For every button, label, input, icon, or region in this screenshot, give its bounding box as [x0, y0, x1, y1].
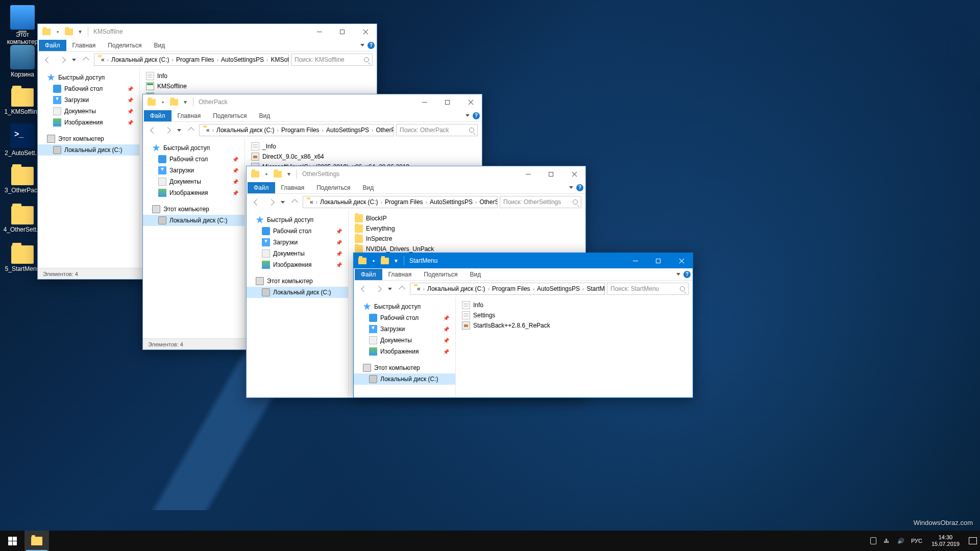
nav-forward-button[interactable]	[372, 283, 384, 295]
address-bar[interactable]: «› Локальный диск (C:)› Program Files› A…	[94, 54, 289, 66]
desktop-icon-recycle-bin[interactable]: Корзина	[3, 45, 42, 78]
tab-file[interactable]: Файл	[248, 182, 275, 193]
search-input[interactable]: Поиск: OtherPack	[396, 124, 478, 136]
sidebar-quick-access[interactable]: Быстрый доступ	[38, 72, 139, 83]
tray-icon[interactable]	[870, 537, 876, 544]
desktop-icon-othersettings[interactable]: 4_OtherSett...	[3, 202, 42, 233]
titlebar[interactable]: ▪ ▾ KMSoffline	[38, 24, 377, 39]
qat-dropdown-icon[interactable]: ▾	[75, 26, 86, 37]
sidebar-downloads[interactable]: Загрузки📌	[38, 94, 139, 106]
help-icon[interactable]: ?	[473, 112, 480, 119]
tab-home[interactable]: Главная	[66, 40, 102, 51]
desktop-icon-otherpack[interactable]: 3_OtherPack	[3, 163, 42, 194]
address-bar[interactable]: «› Локальный диск (C:)› Program Files› A…	[199, 124, 394, 136]
nav-up-button[interactable]	[80, 54, 92, 66]
nav-back-button[interactable]	[147, 124, 159, 136]
sidebar-documents[interactable]: Документы📌	[247, 248, 348, 259]
maximize-button[interactable]	[331, 24, 354, 39]
nav-back-button[interactable]	[42, 54, 54, 66]
sidebar-disk-c[interactable]: Локальный диск (C:)	[247, 287, 348, 298]
sidebar-desktop[interactable]: Рабочий стол📌	[354, 312, 455, 323]
close-button[interactable]	[354, 24, 377, 39]
nav-back-button[interactable]	[251, 196, 263, 208]
sidebar-this-pc[interactable]: Этот компьютер	[354, 362, 455, 373]
sidebar-images[interactable]: Изображения📌	[38, 117, 139, 128]
file-item[interactable]: InSpectre	[355, 234, 579, 244]
titlebar[interactable]: ▪▾ StartMenu	[354, 253, 693, 268]
sidebar-disk-c[interactable]: Локальный диск (C:)	[143, 215, 244, 226]
sidebar-this-pc[interactable]: Этот компьютер	[143, 204, 244, 215]
tab-view[interactable]: Вид	[253, 110, 276, 121]
tab-share[interactable]: Поделиться	[310, 182, 356, 193]
minimize-button[interactable]	[517, 166, 540, 182]
search-input[interactable]: Поиск: StartMenu	[607, 283, 689, 295]
nav-history-dropdown[interactable]	[176, 124, 183, 136]
sidebar-disk-c[interactable]: Локальный диск (C:)	[354, 373, 455, 385]
file-item[interactable]: Everything	[355, 223, 579, 234]
start-button[interactable]	[0, 531, 24, 551]
sidebar-documents[interactable]: Документы📌	[38, 106, 139, 117]
search-input[interactable]: Поиск: OtherSettings	[500, 196, 581, 208]
minimize-button[interactable]	[308, 24, 331, 39]
file-item[interactable]: Info	[146, 71, 371, 81]
sidebar-desktop[interactable]: Рабочий стол📌	[143, 154, 244, 165]
tab-home[interactable]: Главная	[382, 269, 418, 280]
help-icon[interactable]: ?	[683, 271, 691, 278]
sidebar-desktop[interactable]: Рабочий стол📌	[38, 83, 139, 94]
explorer-window-startmenu[interactable]: ▪▾ StartMenu Файл Главная Поделиться Вид…	[353, 253, 693, 398]
file-item[interactable]: Info	[462, 300, 687, 310]
qat-dropdown-icon[interactable]: ▾	[283, 168, 295, 180]
close-button[interactable]	[562, 166, 585, 182]
file-item[interactable]: Settings	[462, 310, 687, 320]
close-button[interactable]	[459, 94, 482, 110]
expand-ribbon-icon[interactable]	[360, 44, 364, 46]
nav-forward-button[interactable]	[56, 54, 68, 66]
qat-properties-icon[interactable]: ▪	[157, 96, 168, 108]
nav-forward-button[interactable]	[265, 196, 277, 208]
expand-ribbon-icon[interactable]	[569, 186, 573, 189]
tab-file[interactable]: Файл	[355, 269, 382, 280]
nav-up-button[interactable]	[396, 283, 408, 295]
sidebar-documents[interactable]: Документы📌	[143, 176, 244, 187]
file-item[interactable]: StartIsBack++2.8.6_RePack	[462, 320, 687, 331]
clock[interactable]: 14:3015.07.2019	[928, 534, 963, 547]
help-icon[interactable]: ?	[368, 42, 375, 49]
file-item[interactable]: _Info	[251, 141, 476, 152]
volume-icon[interactable]: 🔊	[897, 537, 905, 545]
address-bar[interactable]: «› Локальный диск (C:)› Program Files› A…	[410, 283, 605, 295]
sidebar-quick-access[interactable]: Быстрый доступ	[247, 214, 348, 226]
tab-file[interactable]: Файл	[144, 110, 172, 121]
tab-share[interactable]: Поделиться	[207, 110, 253, 121]
nav-up-button[interactable]	[288, 196, 301, 208]
address-bar[interactable]: «› Локальный диск (C:)› Program Files› A…	[303, 196, 498, 208]
qat-new-folder-icon[interactable]	[379, 255, 390, 266]
qat-new-folder-icon[interactable]	[168, 96, 180, 108]
tab-view[interactable]: Вид	[356, 182, 380, 193]
sidebar-images[interactable]: Изображения📌	[354, 346, 455, 357]
maximize-button[interactable]	[647, 253, 670, 268]
sidebar-desktop[interactable]: Рабочий стол📌	[247, 226, 348, 237]
nav-forward-button[interactable]	[161, 124, 174, 136]
help-icon[interactable]: ?	[576, 184, 583, 191]
network-icon[interactable]: 🖧	[883, 537, 891, 545]
qat-new-folder-icon[interactable]	[272, 168, 283, 180]
tab-view[interactable]: Вид	[148, 40, 171, 51]
tab-file[interactable]: Файл	[39, 40, 66, 51]
desktop-icon-this-pc[interactable]: Этот компьютер	[3, 5, 42, 45]
tab-view[interactable]: Вид	[463, 269, 487, 280]
sidebar-downloads[interactable]: Загрузки📌	[143, 165, 244, 176]
sidebar-documents[interactable]: Документы📌	[354, 335, 455, 346]
search-input[interactable]: Поиск: KMSoffline	[291, 54, 373, 66]
titlebar[interactable]: ▪▾ OtherPack	[143, 94, 482, 110]
desktop-icon-kmsoffline[interactable]: 1_KMSoffline	[3, 84, 42, 115]
tab-home[interactable]: Главная	[275, 182, 311, 193]
desktop-icon-autosettings[interactable]: 2_AutoSett...	[3, 123, 42, 157]
nav-history-dropdown[interactable]	[70, 54, 78, 66]
language-indicator[interactable]: РУС	[911, 538, 922, 544]
sidebar-downloads[interactable]: Загрузки📌	[247, 237, 348, 248]
tab-share[interactable]: Поделиться	[102, 40, 148, 51]
nav-history-dropdown[interactable]	[279, 196, 286, 208]
minimize-button[interactable]	[624, 253, 647, 268]
tab-home[interactable]: Главная	[172, 110, 207, 121]
qat-dropdown-icon[interactable]: ▾	[180, 96, 191, 108]
